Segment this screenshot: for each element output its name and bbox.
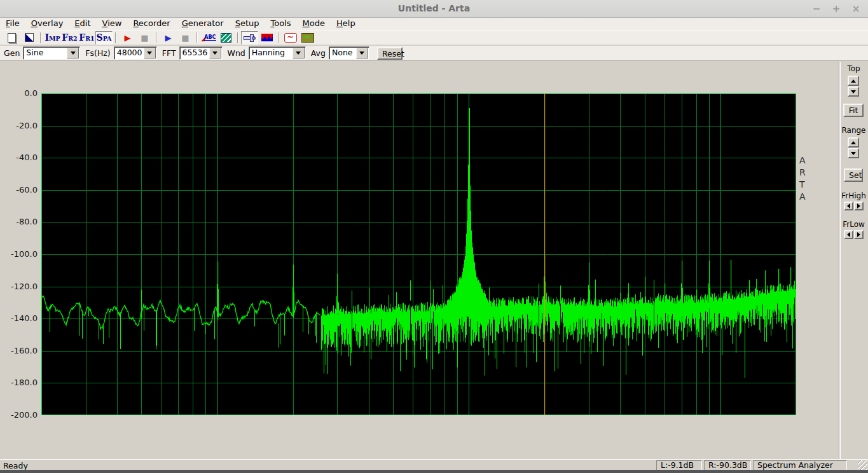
impulse-response-mode-button[interactable]: Imp (44, 31, 61, 45)
down-arrow-icon (851, 152, 856, 155)
y-tick-label: -60.0 (3, 185, 38, 195)
toolbar-separator (115, 32, 116, 43)
top-up-button[interactable] (848, 76, 859, 86)
scaling-grid-button[interactable] (217, 31, 235, 45)
frlow-left-button[interactable] (844, 230, 853, 239)
range-label: Range (839, 126, 868, 135)
diagonal-grid-icon (221, 33, 231, 43)
thd-amplitude-button[interactable]: ~ (299, 31, 316, 45)
left-arrow-icon (847, 203, 850, 209)
menu-item-generator[interactable]: Generator (176, 18, 230, 30)
impulse-response-mode-label: Imp (45, 33, 60, 42)
left-arrow-icon (847, 232, 850, 237)
range-up-button[interactable] (848, 137, 859, 147)
fs-value: 48000 (114, 47, 143, 59)
avg-dropdown-arrow-icon[interactable] (356, 48, 368, 58)
overlay-icon (25, 33, 34, 42)
avg-combobox[interactable]: None (329, 46, 369, 60)
window-title: Untitled - Arta (0, 0, 868, 17)
title-bar[interactable]: Untitled - Arta − + × (0, 0, 868, 18)
gen-combobox[interactable]: Sine (23, 46, 80, 60)
fr1-mode-button[interactable]: Fr1 (78, 31, 95, 45)
y-tick-label: -80.0 (3, 217, 38, 226)
sine-red-icon: ~ (284, 33, 297, 43)
y-tick-label: -40.0 (3, 153, 38, 162)
spectrum-plot[interactable] (41, 93, 796, 415)
calibrate-abc-button[interactable]: ABC (200, 31, 217, 45)
y-tick-label: -100.0 (3, 249, 38, 259)
new-file-icon (8, 33, 16, 43)
range-down-button[interactable] (848, 148, 859, 158)
spectrum-analyzer-mode-label: Spa (97, 33, 112, 42)
flashlight-generator-icon (244, 34, 256, 41)
resize-grip[interactable] (858, 460, 867, 470)
record-stop-button[interactable]: ■ (136, 31, 153, 45)
set-button[interactable]: Set (844, 168, 863, 182)
frhigh-left-button[interactable] (844, 202, 853, 210)
menu-item-edit[interactable]: Edit (69, 18, 96, 30)
abc-check-icon: ABC (202, 33, 216, 42)
up-arrow-icon (851, 141, 856, 144)
menu-item-recorder[interactable]: Recorder (127, 18, 176, 30)
frhigh-label: FrHigh (839, 191, 868, 200)
menu-item-overlay[interactable]: Overlay (25, 18, 69, 30)
brand-letter: A (799, 154, 806, 167)
status-ready: Ready (3, 461, 28, 470)
side-panel (839, 62, 868, 459)
fs-label: Fs(Hz) (85, 48, 110, 58)
record-stop-icon: ■ (141, 34, 148, 42)
fs-dropdown-arrow-icon[interactable] (144, 48, 156, 58)
frlow-right-button[interactable] (854, 230, 864, 239)
play-stop-button[interactable]: ■ (177, 31, 194, 45)
fit-button[interactable]: Fit (843, 104, 864, 117)
frlow-label: FrLow (839, 220, 868, 229)
menu-item-mode[interactable]: Mode (297, 18, 331, 30)
signal-generator-button[interactable] (241, 31, 258, 45)
menu-item-setup[interactable]: Setup (230, 18, 265, 30)
fs-combobox[interactable]: 48000 (114, 46, 157, 60)
right-arrow-icon (857, 232, 860, 237)
toolbar: ImpFr2Fr1Spa▶■▶■ABC~~ (0, 30, 868, 45)
fr2-mode-button[interactable]: Fr2 (61, 31, 78, 45)
spectrum-mountains-icon (261, 34, 273, 41)
menu-item-view[interactable]: View (97, 18, 128, 30)
frhigh-right-button[interactable] (854, 202, 864, 210)
menu-item-tools[interactable]: Tools (265, 18, 297, 30)
gen-dropdown-arrow-icon[interactable] (67, 48, 79, 58)
new-file-button[interactable] (3, 31, 20, 45)
window-controls: − + × (809, 0, 863, 17)
close-button[interactable]: × (849, 2, 863, 16)
arta-window: { "window": { "title": "Untitled - Arta"… (0, 0, 868, 473)
fr1-mode-label: Fr1 (79, 33, 94, 42)
play-start-button[interactable]: ▶ (160, 31, 177, 45)
fft-combobox[interactable]: 65536 (179, 46, 223, 60)
overlay-manager-button[interactable] (20, 31, 38, 45)
y-tick-label: 0.0 (3, 88, 38, 98)
maximize-button[interactable]: + (829, 2, 843, 16)
toolbar-separator (237, 32, 238, 43)
top-label: Top (839, 64, 868, 73)
gen-value: Sine (24, 47, 66, 59)
toolbar-separator (156, 32, 157, 43)
reset-button[interactable]: Reset (377, 47, 403, 60)
wnd-label: Wnd (228, 48, 245, 58)
spectrum-analyzer-mode-button[interactable]: Spa (95, 31, 113, 45)
wnd-combobox[interactable]: Hanning (249, 46, 306, 60)
right-level-indicator: R:-90.3dB (704, 460, 751, 470)
minimize-button[interactable]: − (809, 2, 823, 16)
spectrum-scaling-button[interactable] (258, 31, 275, 45)
menu-item-file[interactable]: File (0, 18, 25, 30)
record-start-button[interactable]: ▶ (119, 31, 136, 45)
left-level-indicator: L:-9.1dB (656, 460, 702, 470)
top-down-button[interactable] (848, 86, 859, 97)
menu-item-help[interactable]: Help (331, 18, 361, 30)
gen-label: Gen (4, 48, 20, 58)
thd-frequency-button[interactable]: ~ (282, 31, 299, 45)
y-tick-label: -180.0 (3, 378, 38, 387)
wnd-dropdown-arrow-icon[interactable] (293, 48, 305, 58)
fr2-mode-label: Fr2 (62, 33, 77, 42)
y-tick-label: -160.0 (3, 346, 38, 355)
y-tick-label: -20.0 (3, 121, 38, 130)
right-arrow-icon (857, 203, 860, 209)
fft-dropdown-arrow-icon[interactable] (209, 48, 221, 58)
